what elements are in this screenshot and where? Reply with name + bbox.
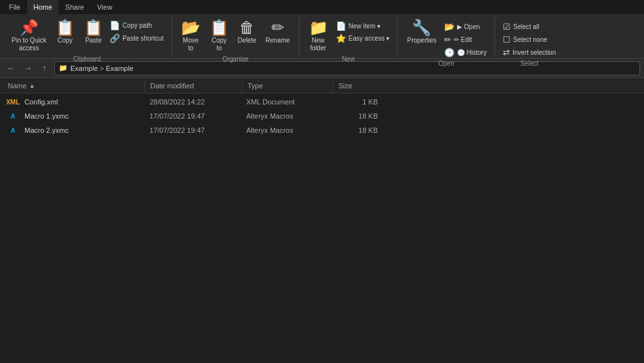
new-item-group: New item ▾ Easy access ▾	[333, 18, 393, 44]
address-part-2[interactable]: Example	[106, 64, 133, 72]
col-header-date[interactable]: Date modified	[145, 82, 242, 90]
paste-shortcut-label: Paste shortcut	[122, 35, 164, 42]
easy-access-button[interactable]: Easy access ▾	[333, 32, 393, 44]
address-part-1[interactable]: Example	[70, 64, 98, 72]
invert-label: Invert selection	[512, 49, 556, 56]
file-type: Alteryx Macros	[241, 112, 331, 120]
file-name: Macro 1.yxmc	[24, 112, 139, 120]
open-icon	[444, 22, 454, 32]
new-label: New	[342, 54, 355, 64]
edit-label: ✏ Edit	[454, 36, 472, 43]
select-none-icon	[503, 35, 511, 44]
file-name: Macro 2.yxmc	[24, 126, 139, 134]
open-sub-buttons: ▶ Open ✏ Edit 🕒 History	[442, 21, 489, 59]
file-row[interactable]: A Macro 2.yxmc 17/07/2022 19:47 Alteryx …	[0, 123, 644, 137]
alteryx-icon: A	[10, 113, 15, 120]
xml-icon: XML	[6, 99, 19, 106]
move-icon	[181, 20, 200, 35]
history-button[interactable]: 🕒 History	[442, 46, 489, 59]
clipboard-label: Clipboard	[73, 54, 101, 64]
copy-path-button[interactable]: Copy path	[107, 19, 166, 32]
file-name-cell: A Macro 2.yxmc	[3, 125, 144, 135]
pin-label: Pin to Quickaccess	[12, 37, 46, 52]
ribbon-tabs: File Home Share View	[0, 0, 644, 14]
select-items: Select all Select none Invert selection	[500, 18, 558, 59]
file-type-icon: A	[8, 125, 18, 135]
tab-view[interactable]: View	[90, 0, 119, 14]
history-label: 🕒 History	[457, 49, 487, 56]
file-size: 18 KB	[331, 112, 383, 120]
paste-shortcut-button[interactable]: Paste shortcut	[107, 32, 166, 44]
file-type: Alteryx Macros	[241, 126, 331, 134]
file-size: 1 KB	[331, 98, 383, 106]
copy-button[interactable]: Copy	[52, 18, 79, 46]
clipboard-items: Pin to Quickaccess Copy Paste Copy path	[8, 18, 166, 54]
new-items: Newfolder New item ▾ Easy access ▾	[305, 18, 393, 54]
copy-to-button[interactable]: Copyto	[206, 18, 233, 54]
copy-icon	[55, 20, 75, 35]
copy-path-label: Copy path	[122, 22, 152, 29]
file-size: 18 KB	[331, 126, 383, 134]
copy-label: Copy	[57, 37, 72, 44]
ribbon-group-select: Select all Select none Invert selection …	[495, 17, 563, 58]
paste-label: Paste	[85, 37, 102, 44]
folder-icon: 📁	[59, 64, 68, 72]
file-type: XML Document	[241, 98, 331, 106]
tab-home[interactable]: Home	[27, 0, 59, 14]
forward-button[interactable]: →	[21, 61, 35, 75]
col-header-size[interactable]: Size	[333, 82, 385, 90]
edit-button[interactable]: ✏ Edit	[442, 34, 489, 46]
file-list: XML Config.xml 28/08/2022 14:22 XML Docu…	[0, 93, 644, 139]
file-name-cell: XML Config.xml	[3, 97, 144, 107]
paste-icon	[84, 20, 103, 35]
select-none-button[interactable]: Select none	[500, 34, 558, 46]
ribbon-content: Pin to Quickaccess Copy Paste Copy path	[0, 14, 644, 58]
new-item-icon	[336, 21, 346, 31]
column-headers: Name ▲ Date modified Type Size	[0, 78, 644, 93]
file-row[interactable]: XML Config.xml 28/08/2022 14:22 XML Docu…	[0, 95, 644, 109]
paste-button[interactable]: Paste	[80, 18, 107, 46]
easy-access-label: Easy access ▾	[349, 35, 390, 42]
organise-label: Organise	[222, 54, 249, 64]
history-icon	[444, 48, 454, 57]
file-name: Config.xml	[24, 98, 139, 106]
open-button[interactable]: ▶ Open	[442, 21, 489, 33]
select-label: Select	[520, 59, 538, 68]
paste-shortcut-icon	[110, 34, 120, 43]
invert-selection-button[interactable]: Invert selection	[500, 46, 558, 59]
tab-share[interactable]: Share	[59, 0, 90, 14]
paste-group: Paste Copy path Paste shortcut	[80, 18, 166, 46]
file-pane: Name ▲ Date modified Type Size XML Confi…	[0, 78, 644, 139]
col-header-type[interactable]: Type	[242, 82, 333, 90]
new-item-button[interactable]: New item ▾	[333, 20, 393, 32]
new-folder-button[interactable]: Newfolder	[305, 18, 332, 54]
up-button[interactable]: ↑	[37, 61, 52, 75]
alteryx-icon: A	[10, 127, 15, 134]
delete-icon	[239, 20, 255, 35]
ribbon-group-clipboard: Pin to Quickaccess Copy Paste Copy path	[3, 17, 172, 58]
col-header-name[interactable]: Name ▲	[3, 82, 144, 90]
rename-button[interactable]: Rename	[262, 18, 294, 46]
file-date: 28/08/2022 14:22	[144, 98, 241, 106]
back-button[interactable]: ←	[4, 61, 18, 75]
pin-to-quick-access-button[interactable]: Pin to Quickaccess	[8, 18, 50, 54]
sort-icon: ▲	[29, 83, 35, 89]
properties-button[interactable]: Properties	[403, 18, 440, 46]
delete-label: Delete	[238, 37, 257, 44]
properties-label: Properties	[407, 37, 436, 44]
select-all-button[interactable]: Select all	[500, 21, 558, 33]
select-none-label: Select none	[513, 36, 547, 43]
file-date: 17/07/2022 19:47	[144, 126, 241, 134]
easy-access-icon	[336, 34, 346, 43]
file-name-cell: A Macro 1.yxmc	[3, 111, 144, 121]
ribbon-group-organise: Moveto Copyto Delete Rename Organise	[172, 17, 300, 58]
move-to-button[interactable]: Moveto	[177, 18, 204, 54]
tab-file[interactable]: File	[3, 0, 27, 14]
file-row[interactable]: A Macro 1.yxmc 17/07/2022 19:47 Alteryx …	[0, 109, 644, 123]
edit-icon	[444, 35, 451, 44]
invert-icon	[503, 48, 510, 57]
select-sub-buttons: Select all Select none Invert selection	[500, 21, 558, 59]
delete-button[interactable]: Delete	[234, 18, 260, 46]
open-items: Properties ▶ Open ✏ Edit 🕒 History	[403, 18, 489, 59]
pin-icon	[19, 20, 39, 35]
